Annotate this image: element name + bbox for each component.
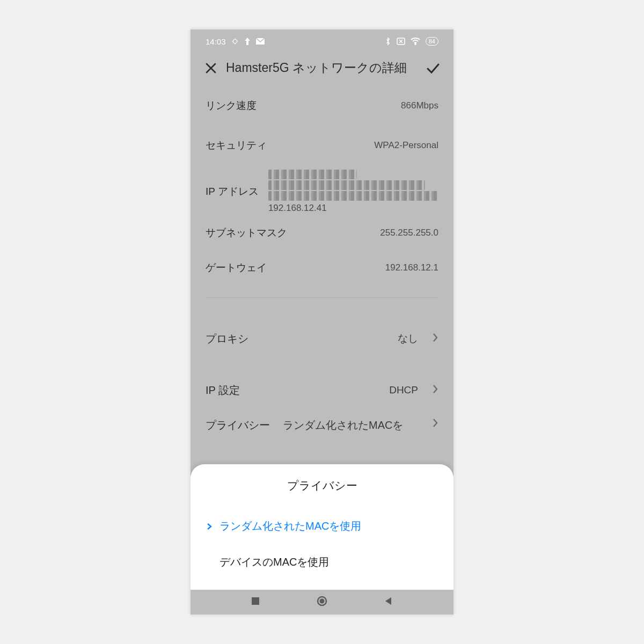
svg-marker-13 (385, 597, 391, 605)
battery-badge: 84 (426, 37, 438, 46)
status-time: 14:03 (206, 37, 226, 46)
row-ip-settings[interactable]: IP 設定 DHCP (206, 364, 438, 416)
close-button[interactable] (203, 61, 218, 76)
label-ip: IP アドレス (206, 185, 259, 199)
chevron-right-icon (432, 384, 438, 396)
nav-back-button[interactable] (384, 596, 393, 608)
option-device-mac[interactable]: デバイスのMACを使用 (191, 544, 453, 580)
row-proxy[interactable]: プロキシ なし (206, 313, 438, 364)
ip-redacted-line (268, 180, 425, 190)
row-ip-address: IP アドレス 192.168.12.41 (206, 165, 438, 218)
page-title: Hamster5G ネットワークの詳細 (226, 60, 418, 76)
label-subnet: サブネットマスク (206, 226, 287, 240)
mail-icon (256, 38, 265, 45)
label-gateway: ゲートウェイ (206, 261, 267, 275)
option-device-mac-label: デバイスのMACを使用 (219, 555, 329, 569)
row-gateway: ゲートウェイ 192.168.12.1 (206, 248, 438, 288)
row-security: セキュリティ WPA2-Personal (206, 126, 438, 165)
mute-icon (397, 38, 405, 45)
label-privacy: プライバシー (206, 418, 270, 433)
svg-point-7 (415, 43, 416, 45)
label-security: セキュリティ (206, 138, 267, 152)
option-random-mac[interactable]: ランダム化されたMACを使用 (191, 508, 453, 544)
value-link-speed: 866Mbps (266, 100, 438, 111)
ip-redacted-line (268, 170, 357, 179)
section-divider (206, 297, 438, 298)
value-subnet: 255.255.255.0 (297, 228, 438, 238)
label-link-speed: リンク速度 (206, 99, 257, 113)
svg-point-12 (320, 599, 325, 604)
value-security: WPA2-Personal (276, 140, 438, 151)
svg-point-0 (233, 40, 237, 43)
location-icon (231, 38, 239, 45)
chevron-right-icon (204, 523, 214, 530)
svg-rect-10 (252, 597, 259, 605)
phone-frame: 14:03 84 H (191, 30, 453, 614)
label-proxy: プロキシ (206, 332, 248, 346)
value-gateway: 192.168.12.1 (276, 262, 438, 273)
bluetooth-icon (385, 37, 391, 46)
value-privacy: ランダム化されたMACを (283, 418, 418, 433)
ip-redacted-line (268, 191, 438, 201)
option-random-mac-label: ランダム化されたMACを使用 (219, 519, 361, 533)
value-proxy: なし (258, 332, 418, 346)
android-nav-bar (191, 590, 453, 614)
value-ip-settings: DHCP (250, 384, 418, 396)
wifi-icon (411, 38, 420, 45)
row-link-speed: リンク速度 866Mbps (206, 86, 438, 126)
page-header: Hamster5G ネットワークの詳細 (191, 53, 453, 86)
nav-home-button[interactable] (316, 595, 328, 609)
confirm-button[interactable] (426, 61, 441, 76)
label-ip-settings: IP 設定 (206, 383, 240, 398)
upload-icon (244, 38, 251, 45)
value-ip: 192.168.12.41 (268, 203, 327, 214)
chevron-right-icon (432, 418, 438, 430)
status-bar: 14:03 84 (191, 30, 453, 53)
privacy-bottom-sheet: プライバシー ランダム化されたMACを使用 デバイスのMACを使用 (191, 464, 453, 590)
sheet-title: プライバシー (191, 464, 453, 508)
nav-recent-button[interactable] (251, 596, 260, 608)
row-privacy[interactable]: プライバシー ランダム化されたMACを (206, 416, 438, 448)
row-subnet: サブネットマスク 255.255.255.0 (206, 218, 438, 248)
network-details: リンク速度 866Mbps セキュリティ WPA2-Personal IP アド… (191, 86, 453, 448)
chevron-right-icon (432, 333, 438, 345)
